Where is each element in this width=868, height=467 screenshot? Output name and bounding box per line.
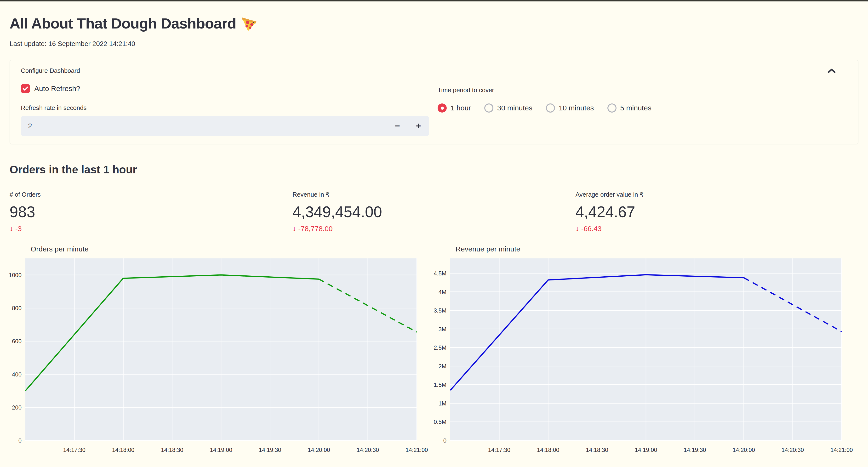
time-period-column: Time period to cover 1 hour 30 minutes 1… — [438, 84, 847, 136]
last-update-text: Last update: 16 September 2022 14:21:40 — [9, 40, 859, 48]
section-heading: Orders in the last 1 hour — [9, 163, 859, 176]
svg-text:2.5M: 2.5M — [434, 344, 446, 351]
expander-title: Configure Dashboard — [21, 67, 80, 74]
svg-text:14:20:00: 14:20:00 — [308, 447, 330, 453]
dashboard-page: All About That Dough Dashboard Last upda… — [0, 15, 868, 462]
svg-text:14:21:00: 14:21:00 — [405, 447, 428, 453]
metric-delta: ↓ -66.43 — [576, 224, 859, 233]
expander-content: Auto Refresh? Refresh rate in seconds 2 … — [21, 84, 847, 136]
svg-text:14:18:00: 14:18:00 — [112, 447, 134, 453]
svg-text:14:19:00: 14:19:00 — [635, 447, 657, 453]
increment-button[interactable]: + — [408, 116, 429, 136]
svg-text:2M: 2M — [439, 363, 446, 370]
svg-text:0: 0 — [19, 437, 22, 444]
svg-text:14:19:30: 14:19:30 — [684, 447, 706, 453]
auto-refresh-checkbox[interactable] — [21, 84, 30, 93]
chart-title: Orders per minute — [31, 245, 417, 253]
window-top-edge — [0, 0, 868, 1]
svg-text:800: 800 — [12, 305, 22, 311]
arrow-down-icon: ↓ — [292, 224, 296, 233]
revenue-line-plot[interactable]: 00.5M1M1.5M2M2.5M3M3.5M4M4.5M14:17:3014:… — [434, 258, 842, 462]
svg-text:3.5M: 3.5M — [434, 307, 446, 314]
configure-dashboard-expander: Configure Dashboard Auto Refresh? Refres… — [9, 60, 859, 145]
time-period-radio-group: 1 hour 30 minutes 10 minutes 5 minutes — [438, 103, 847, 113]
arrow-down-icon: ↓ — [576, 224, 579, 233]
svg-text:0.5M: 0.5M — [434, 418, 446, 425]
svg-text:14:17:30: 14:17:30 — [488, 447, 510, 453]
chart-title: Revenue per minute — [456, 245, 842, 253]
metric-delta-value: -66.43 — [581, 225, 602, 233]
metric-avg-order-value: Average order value in ₹ 4,424.67 ↓ -66.… — [576, 191, 859, 233]
svg-text:4.5M: 4.5M — [434, 270, 446, 277]
svg-text:1M: 1M — [439, 400, 446, 407]
svg-text:14:17:30: 14:17:30 — [63, 447, 86, 453]
metric-value: 4,349,454.00 — [292, 203, 575, 221]
metric-label: # of Orders — [9, 191, 292, 198]
page-title: All About That Dough Dashboard — [9, 15, 859, 32]
metric-delta: ↓ -3 — [9, 224, 292, 233]
radio-option-30-minutes[interactable]: 30 minutes — [484, 103, 532, 113]
metric-label: Average order value in ₹ — [576, 191, 859, 198]
metric-value: 983 — [9, 203, 292, 221]
svg-text:14:18:30: 14:18:30 — [161, 447, 183, 453]
orders-line-plot[interactable]: 0200400600800100014:17:3014:18:0014:18:3… — [9, 258, 417, 462]
radio-option-1-hour[interactable]: 1 hour — [438, 103, 471, 113]
charts-row: Orders per minute 0200400600800100014:17… — [9, 245, 859, 462]
configure-dashboard-expander-header[interactable]: Configure Dashboard — [21, 67, 847, 74]
svg-text:14:18:30: 14:18:30 — [586, 447, 608, 453]
svg-text:4M: 4M — [439, 289, 446, 295]
svg-text:200: 200 — [12, 404, 22, 411]
radio-selected-icon[interactable] — [438, 103, 447, 113]
page-title-text: All About That Dough Dashboard — [9, 15, 236, 32]
metric-delta: ↓ -78,778.00 — [292, 224, 575, 233]
checkmark-icon — [23, 86, 28, 91]
svg-text:14:19:00: 14:19:00 — [210, 447, 232, 453]
arrow-down-icon: ↓ — [9, 224, 13, 233]
refresh-settings-column: Auto Refresh? Refresh rate in seconds 2 … — [21, 84, 429, 136]
decrement-button[interactable]: − — [387, 116, 408, 136]
svg-text:3M: 3M — [439, 326, 446, 333]
metric-orders: # of Orders 983 ↓ -3 — [9, 191, 292, 233]
radio-unselected-icon[interactable] — [484, 103, 493, 113]
metric-label: Revenue in ₹ — [292, 191, 575, 198]
radio-unselected-icon[interactable] — [546, 103, 555, 113]
metric-revenue: Revenue in ₹ 4,349,454.00 ↓ -78,778.00 — [292, 191, 575, 233]
orders-per-minute-chart: Orders per minute 0200400600800100014:17… — [9, 245, 417, 462]
refresh-rate-label: Refresh rate in seconds — [21, 104, 429, 112]
svg-text:0: 0 — [443, 437, 446, 444]
time-period-label: Time period to cover — [438, 87, 847, 94]
svg-text:14:20:30: 14:20:30 — [781, 447, 804, 453]
svg-text:600: 600 — [12, 338, 22, 344]
radio-option-5-minutes[interactable]: 5 minutes — [608, 103, 651, 113]
refresh-rate-value[interactable]: 2 — [21, 122, 387, 130]
metric-delta-value: -3 — [15, 225, 22, 233]
pizza-icon — [241, 15, 257, 32]
svg-text:1000: 1000 — [9, 272, 22, 278]
chevron-up-icon[interactable] — [828, 68, 836, 73]
svg-text:1.5M: 1.5M — [434, 381, 446, 388]
metrics-row: # of Orders 983 ↓ -3 Revenue in ₹ 4,349,… — [9, 191, 859, 233]
radio-option-10-minutes[interactable]: 10 minutes — [546, 103, 594, 113]
svg-text:14:19:30: 14:19:30 — [259, 447, 281, 453]
svg-text:14:20:30: 14:20:30 — [356, 447, 379, 453]
svg-text:400: 400 — [12, 371, 22, 378]
refresh-rate-input[interactable]: 2 − + — [21, 116, 429, 136]
metric-delta-value: -78,778.00 — [298, 225, 333, 233]
svg-text:14:21:00: 14:21:00 — [830, 447, 853, 453]
svg-text:14:18:00: 14:18:00 — [537, 447, 559, 453]
auto-refresh-label: Auto Refresh? — [34, 85, 80, 93]
radio-unselected-icon[interactable] — [608, 103, 617, 113]
auto-refresh-row: Auto Refresh? — [21, 84, 429, 93]
revenue-per-minute-chart: Revenue per minute 00.5M1M1.5M2M2.5M3M3.… — [434, 245, 842, 462]
svg-text:14:20:00: 14:20:00 — [733, 447, 755, 453]
metric-value: 4,424.67 — [576, 203, 859, 221]
